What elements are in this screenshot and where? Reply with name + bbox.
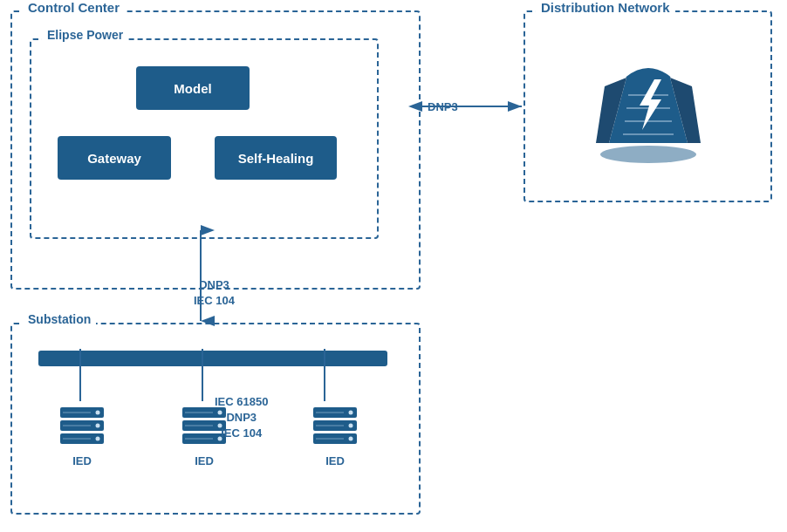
ied-group-3: IED <box>309 403 361 467</box>
diagram-container: Control Center Elipse Power Model Gatewa… <box>0 0 787 532</box>
ied-label-1: IED <box>72 454 92 467</box>
substation-protocol-label: IEC 61850 DNP3 IEC 104 <box>215 394 268 442</box>
ied-label-3: IED <box>325 454 345 467</box>
control-center-label: Control Center <box>23 0 125 15</box>
iec61850-label: IEC 61850 <box>215 395 268 408</box>
distribution-network-box: Distribution Network <box>524 10 772 202</box>
substation-label: Substation <box>23 312 96 326</box>
svg-point-12 <box>96 411 100 415</box>
substation-box: Substation IED <box>10 323 421 515</box>
iec104-vertical-label: IEC 104 <box>194 294 235 307</box>
bus-bar <box>38 351 387 366</box>
control-center-box: Control Center Elipse Power Model Gatewa… <box>10 10 421 290</box>
elipse-power-box: Elipse Power Model Gateway Self-Healing <box>30 38 379 239</box>
vertical-protocol-label: DNP3 IEC 104 <box>194 277 235 309</box>
iec104-substation-label: IEC 104 <box>221 426 262 440</box>
ied-icon-1 <box>56 403 108 451</box>
ied-group-1: IED <box>56 403 108 467</box>
svg-point-14 <box>96 437 100 441</box>
svg-point-0 <box>600 146 696 163</box>
self-healing-block: Self-Healing <box>215 136 337 180</box>
elipse-power-label: Elipse Power <box>42 28 128 42</box>
ied-label-2: IED <box>195 454 214 467</box>
ied-icon-3 <box>309 403 361 451</box>
dnp3-vertical-label: DNP3 <box>199 278 229 291</box>
svg-point-32 <box>349 437 353 441</box>
gateway-block: Gateway <box>58 136 171 180</box>
svg-point-31 <box>349 424 353 428</box>
svg-point-30 <box>349 411 353 415</box>
model-block: Model <box>136 66 250 110</box>
dnp3-horizontal-label: DNP3 <box>428 100 458 113</box>
distribution-network-label: Distribution Network <box>536 0 675 15</box>
distribution-network-icon <box>592 43 705 168</box>
dnp3-substation-label: DNP3 <box>226 411 257 424</box>
svg-point-13 <box>96 424 100 428</box>
